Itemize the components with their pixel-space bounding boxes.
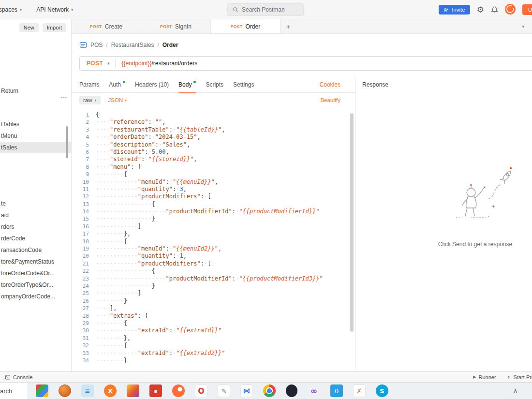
code-line[interactable]: 30············"extraId":·"{{extraId}}"	[72, 327, 355, 334]
red-app-icon[interactable]: ▪	[149, 384, 162, 397]
code-line[interactable]: 16············]	[72, 223, 355, 230]
request-section-tab-settings[interactable]: Settings	[233, 76, 254, 93]
taskbar-search-box[interactable]: Search	[0, 383, 28, 399]
body-format-dropdown[interactable]: raw ▾	[79, 96, 101, 104]
design-app-icon[interactable]	[127, 384, 139, 397]
code-line[interactable]: 23····················"productModifierId…	[72, 275, 355, 282]
visual-studio-icon[interactable]: ∞	[308, 384, 320, 397]
image-editor-icon[interactable]: ✎	[218, 384, 230, 397]
more-actions-icon[interactable]: •••	[61, 95, 67, 99]
code-line[interactable]: 27····],	[72, 305, 355, 312]
code-line[interactable]: 24················}	[72, 282, 355, 290]
api-network-menu[interactable]: API Network ▾	[36, 6, 73, 13]
workspaces-menu[interactable]: Workspaces ▾	[0, 6, 22, 13]
basketball-app-icon[interactable]	[59, 384, 71, 397]
console-toggle[interactable]: Console	[5, 374, 32, 380]
code-line[interactable]: 7····"storeId":·"{{storeId}}",	[72, 156, 355, 163]
sidebar-item[interactable]: rders	[0, 221, 71, 233]
code-line[interactable]: 18········{	[72, 238, 355, 245]
tabs-menu-chevron[interactable]: ▾	[522, 19, 532, 33]
body-language-dropdown[interactable]: JSON ▾	[108, 97, 127, 103]
xampp-icon[interactable]: X	[104, 384, 117, 397]
method-dropdown[interactable]: POST ▾	[80, 60, 115, 67]
breadcrumb-collection[interactable]: POS	[90, 42, 103, 48]
code-line[interactable]: 25············]	[72, 290, 355, 297]
settings-button[interactable]: ⚙	[477, 6, 484, 14]
code-line[interactable]: 8····"menu":·[	[72, 163, 355, 171]
sidebar-scrollbar[interactable]	[66, 126, 68, 158]
vscode-icon[interactable]: ⟨⟩	[330, 384, 343, 397]
sidebar-item[interactable]: tTables	[0, 118, 71, 130]
task-view-icon[interactable]	[36, 384, 48, 397]
code-line[interactable]: 33············"extraId":·"{{extraId2}}"	[72, 350, 355, 357]
taskbar-tray-chevron[interactable]: ∧	[513, 387, 517, 394]
runner-button[interactable]: ▶ Runner	[473, 374, 496, 380]
code-line[interactable]: 13················{	[72, 201, 355, 208]
code-line[interactable]: 9········{	[72, 171, 355, 178]
request-section-tab-body[interactable]: Body	[178, 76, 196, 93]
open-tab-create[interactable]: POSTCreate	[72, 19, 141, 33]
body-code-editor[interactable]: 1{2····"reference":·"",3····"restaurantT…	[72, 107, 355, 371]
skype-icon[interactable]: S	[376, 384, 388, 397]
code-line[interactable]: 10············"menuId":·"{{menuId}}",	[72, 178, 355, 186]
request-section-tab-params[interactable]: Params	[79, 76, 99, 93]
code-line[interactable]: 29········{	[72, 320, 355, 327]
new-tab-button[interactable]: +	[281, 19, 296, 33]
code-line[interactable]: 11············"quantity":·3,	[72, 186, 355, 193]
code-line[interactable]: 21············"productModifiers":·[	[72, 260, 355, 267]
code-line[interactable]: 31········},	[72, 335, 355, 342]
upgrade-button[interactable]: Upgrade	[522, 4, 532, 15]
code-line[interactable]: 1{	[72, 111, 355, 118]
sidebar-item[interactable]: tore&PaymentStatus	[0, 256, 71, 267]
invite-button[interactable]: Invite	[439, 5, 470, 15]
sidebar-item[interactable]: te	[0, 198, 71, 209]
open-tab-signin[interactable]: POSTSignIn	[141, 19, 211, 33]
code-line[interactable]: 2····"reference":·"",	[72, 118, 355, 126]
code-line[interactable]: 3····"restaurantTable":·"{{tableId}}",	[72, 126, 355, 133]
open-tab-order[interactable]: POSTOrder	[211, 19, 281, 33]
cookies-link[interactable]: Cookies	[320, 81, 340, 88]
dark-app-icon[interactable]	[286, 384, 297, 397]
code-line[interactable]: 28····"extras":·[	[72, 312, 355, 320]
code-line[interactable]: 5····"description":·"Sales",	[72, 141, 355, 148]
sidebar-item[interactable]: toreOrderType&Or...	[0, 279, 71, 291]
code-line[interactable]: 22················{	[72, 267, 355, 275]
import-button[interactable]: Import	[43, 23, 66, 32]
sidebar-item[interactable]: aid	[0, 209, 71, 221]
new-button[interactable]: New	[19, 23, 39, 32]
sidebar-item[interactable]: tMenu	[0, 130, 71, 142]
sidebar-item[interactable]: toreOrderCode&Or...	[0, 267, 71, 279]
code-line[interactable]: 20············"quantity":·1,	[72, 252, 355, 260]
code-line[interactable]: 4····"orderDate":·"2024-03-15",	[72, 133, 355, 141]
sidebar-item[interactable]: ransactionCode	[0, 244, 71, 256]
start-proxy-button[interactable]: Start Proxy	[507, 374, 532, 380]
sidebar-item[interactable]: tSales	[0, 142, 71, 153]
code-line[interactable]: 14····················"productModifierId…	[72, 208, 355, 215]
url-input[interactable]: {{endpoint}}/restaurant/orders	[116, 60, 197, 67]
beautify-link[interactable]: Beautify	[320, 97, 340, 103]
code-line[interactable]: 6····"discount":·5.00,	[72, 148, 355, 156]
request-section-tab-auth[interactable]: Auth	[109, 76, 125, 93]
breadcrumb-folder[interactable]: RestaurantSales	[111, 42, 154, 48]
chrome-icon[interactable]	[263, 384, 276, 397]
sidebar-item[interactable]: Return	[0, 85, 71, 97]
code-line[interactable]: 17········},	[72, 230, 355, 237]
notifications-button[interactable]	[491, 6, 498, 14]
tool-app-icon[interactable]: ✗	[353, 384, 366, 397]
code-line[interactable]: 26········}	[72, 297, 355, 305]
code-line[interactable]: 19············"menuId":·"{{menuId2}}",	[72, 245, 355, 252]
code-line[interactable]: 34········}	[72, 357, 355, 364]
sidebar-item[interactable]: rderCode	[0, 233, 71, 244]
request-section-tab-scripts[interactable]: Scripts	[206, 76, 223, 93]
postman-app-icon[interactable]	[172, 384, 185, 397]
code-line[interactable]: 12············"productModifiers":·[	[72, 193, 355, 200]
global-search-input[interactable]: Search Postman	[227, 3, 304, 16]
code-line[interactable]: 15················}	[72, 215, 355, 222]
blue-x-app-icon[interactable]: ⋈	[240, 384, 253, 397]
opera-icon[interactable]: O	[195, 384, 207, 397]
request-section-tab-headers10[interactable]: Headers (10)	[135, 76, 169, 93]
editor-scrollbar[interactable]	[350, 113, 354, 332]
documents-app-icon[interactable]: ≡	[81, 384, 94, 397]
sidebar-item[interactable]: ompanyOrderCode...	[0, 291, 71, 302]
code-line[interactable]: 32········{	[72, 342, 355, 349]
